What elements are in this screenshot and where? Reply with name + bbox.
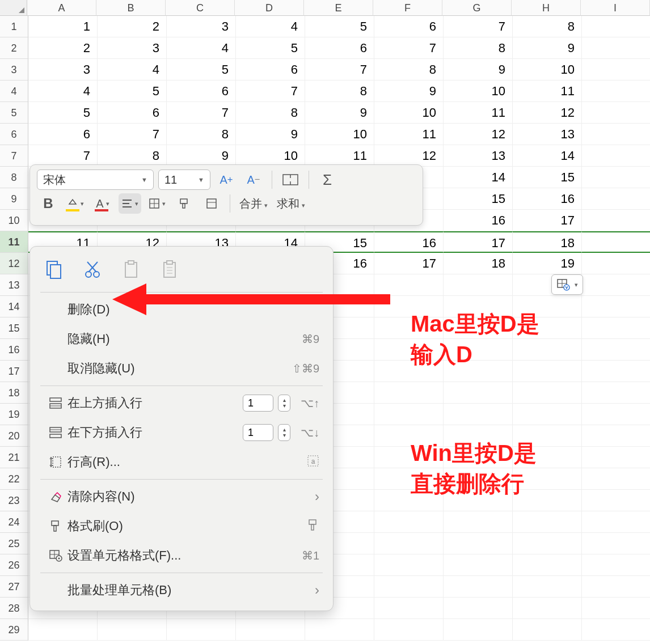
cell[interactable]: 5 (167, 59, 236, 80)
stepper-buttons[interactable]: ▴▾ (278, 395, 290, 412)
cell[interactable]: 11 (374, 124, 444, 145)
row-header[interactable]: 6 (0, 124, 28, 145)
cell[interactable]: 5 (98, 80, 167, 102)
column-header[interactable]: C (166, 0, 235, 16)
shrink-font-button[interactable]: A− (242, 170, 265, 190)
row-header[interactable]: 2 (0, 37, 28, 59)
cell[interactable] (513, 554, 582, 576)
insert-above-count[interactable] (243, 395, 273, 412)
cell[interactable] (444, 576, 513, 598)
row-header[interactable]: 9 (0, 188, 28, 210)
bold-button[interactable]: B (37, 193, 60, 214)
row-header[interactable]: 1 (0, 16, 28, 37)
font-size-select[interactable]: 11▼ (158, 170, 210, 190)
cell[interactable] (513, 382, 582, 404)
cell[interactable]: 19 (513, 253, 582, 274)
column-header[interactable]: A (27, 0, 96, 16)
cell[interactable] (582, 490, 650, 511)
cell[interactable]: 6 (167, 80, 236, 102)
cell[interactable]: 9 (305, 102, 374, 124)
grow-font-button[interactable]: A+ (215, 170, 238, 190)
merge-label[interactable]: 合并▾ (237, 196, 270, 211)
cell[interactable]: 17 (374, 253, 444, 274)
cell[interactable] (167, 619, 236, 641)
cell[interactable]: 14 (513, 145, 582, 167)
cell[interactable] (374, 598, 444, 619)
cell[interactable]: 9 (513, 37, 582, 59)
row-header[interactable]: 11 (0, 231, 28, 253)
cell[interactable]: 12 (374, 145, 444, 167)
align-button[interactable]: ▾ (119, 193, 141, 214)
cell[interactable] (444, 554, 513, 576)
cell[interactable]: 10 (305, 124, 374, 145)
cell[interactable] (582, 145, 650, 167)
cell[interactable]: 5 (305, 16, 374, 37)
cell[interactable] (444, 619, 513, 641)
row-header[interactable]: 3 (0, 59, 28, 80)
cell[interactable]: 18 (513, 231, 582, 253)
row-header[interactable]: 15 (0, 317, 28, 339)
copy-icon[interactable] (43, 258, 65, 281)
cell[interactable] (582, 167, 650, 188)
cell[interactable] (582, 59, 650, 80)
row-header[interactable]: 8 (0, 167, 28, 188)
cell[interactable]: 16 (374, 231, 444, 253)
cell[interactable]: 6 (98, 102, 167, 124)
row-header[interactable]: 22 (0, 468, 28, 490)
cell[interactable] (28, 619, 98, 641)
cell[interactable] (582, 37, 650, 59)
cell[interactable] (513, 576, 582, 598)
cell[interactable]: 2 (98, 16, 167, 37)
cell[interactable]: 10 (513, 59, 582, 80)
row-header[interactable]: 28 (0, 598, 28, 619)
cell[interactable] (582, 447, 650, 468)
menu-row-height[interactable]: 行高(R)... a (30, 447, 333, 477)
cell[interactable]: 11 (305, 145, 374, 167)
cell[interactable] (374, 576, 444, 598)
cell[interactable]: 7 (305, 59, 374, 80)
cell[interactable] (582, 598, 650, 619)
cell[interactable] (582, 80, 650, 102)
row-header[interactable]: 29 (0, 619, 28, 641)
cell[interactable] (305, 619, 374, 641)
cell[interactable]: 10 (444, 80, 513, 102)
cell[interactable]: 4 (236, 16, 305, 37)
cell[interactable]: 8 (374, 59, 444, 80)
cell[interactable]: 6 (236, 59, 305, 80)
cell[interactable]: 4 (167, 37, 236, 59)
cell[interactable] (582, 533, 650, 554)
row-header[interactable]: 10 (0, 210, 28, 231)
cell[interactable]: 9 (167, 145, 236, 167)
cell[interactable] (582, 188, 650, 210)
cell[interactable]: 16 (444, 210, 513, 231)
cell[interactable]: 9 (374, 80, 444, 102)
cut-icon[interactable] (81, 258, 104, 281)
cell[interactable] (582, 16, 650, 37)
cell[interactable]: 7 (236, 80, 305, 102)
stepper-buttons[interactable]: ▴▾ (278, 424, 290, 441)
cell[interactable]: 3 (98, 37, 167, 59)
cell[interactable] (513, 404, 582, 425)
cell[interactable] (582, 102, 650, 124)
autosum-icon[interactable]: Σ (316, 170, 339, 190)
insert-below-count[interactable] (243, 424, 273, 441)
cell[interactable] (582, 425, 650, 447)
cell[interactable] (582, 339, 650, 361)
cell[interactable] (582, 382, 650, 404)
cell[interactable]: 17 (513, 210, 582, 231)
row-header[interactable]: 17 (0, 361, 28, 382)
cell[interactable] (582, 511, 650, 533)
column-header[interactable]: D (235, 0, 304, 16)
cell[interactable]: 6 (374, 16, 444, 37)
merge-cells-icon[interactable] (279, 170, 302, 190)
row-header[interactable]: 16 (0, 339, 28, 361)
cell[interactable]: 5 (236, 37, 305, 59)
cell[interactable]: 18 (444, 253, 513, 274)
cell[interactable] (582, 253, 650, 274)
cell[interactable] (236, 619, 305, 641)
cell[interactable] (582, 554, 650, 576)
borders-button[interactable]: ▾ (146, 193, 168, 214)
cell[interactable] (374, 274, 444, 296)
cell[interactable]: 4 (28, 80, 98, 102)
column-header[interactable]: I (581, 0, 650, 16)
